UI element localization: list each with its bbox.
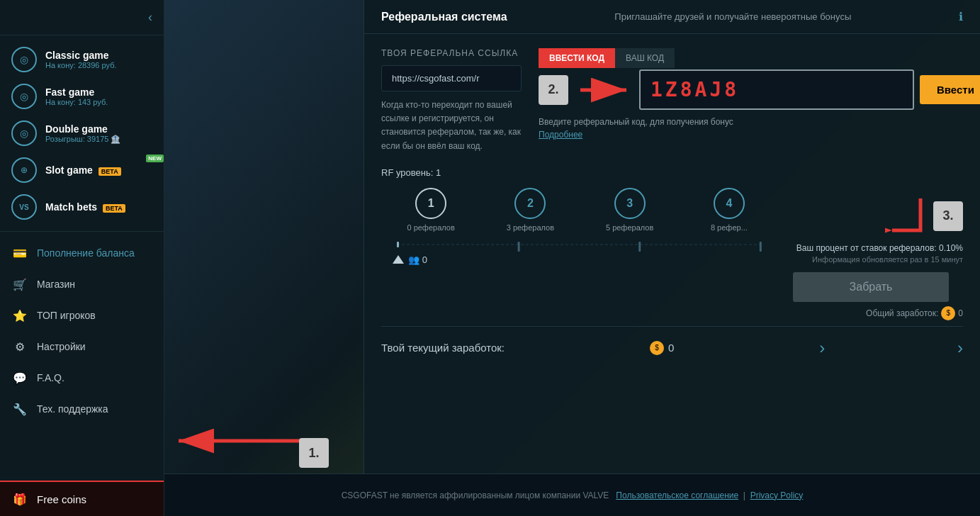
sidebar-item-shop[interactable]: 🛒 Магазин xyxy=(0,269,164,300)
classic-game-sub: На кону: 28396 руб. xyxy=(45,61,117,69)
percent-info: Ваш процент от ставок рефералов: 0.10% И… xyxy=(793,243,963,264)
svg-rect-7 xyxy=(638,242,641,252)
support-icon: 🔧 xyxy=(11,400,28,417)
rf-circle-3: 3 xyxy=(614,188,646,219)
match-bets-name: Match bets BETA xyxy=(45,201,125,213)
footer-link-terms[interactable]: Пользовательское соглашение xyxy=(616,490,738,500)
annotation-3-box: 3. xyxy=(933,201,963,231)
total-coin-icon: $ xyxy=(941,306,955,320)
referral-link-col: ТВОЯ РЕФЕРАЛЬНА ССЫЛКА Когда кто-то пере… xyxy=(381,48,522,153)
sidebar-item-balance[interactable]: 💳 Пополнение баланса xyxy=(0,237,164,269)
svg-rect-8 xyxy=(760,242,762,252)
sidebar-item-slot-game[interactable]: ⊕ Slot game BETA NEW xyxy=(0,152,164,189)
sidebar-item-settings[interactable]: ⚙ Настройки xyxy=(0,331,164,362)
settings-label: Настройки xyxy=(37,341,86,352)
rf-count-1: 0 рефералов xyxy=(407,223,454,232)
collapse-button[interactable]: ‹ xyxy=(148,10,152,25)
balance-icon: 💳 xyxy=(11,245,28,262)
sidebar-item-support[interactable]: 🔧 Тех. поддержка xyxy=(0,393,164,425)
rf-level-4: 4 8 рефер... xyxy=(680,188,779,232)
slot-game-icon: ⊕ xyxy=(11,157,37,183)
code-tabs: ВВЕСТИ КОД ВАШ КОД xyxy=(539,48,980,68)
annotation-3-row: 3. xyxy=(793,195,963,237)
panel-header: Реферальная система Приглашайте друзей и… xyxy=(364,0,980,34)
rf-levels-col: 1 0 рефералов 2 3 рефералов 3 5 реферало… xyxy=(381,188,779,265)
chevron-right-icon-2: › xyxy=(957,338,963,358)
referral-desc: Когда кто-то переходит по вашей ссылке и… xyxy=(381,99,522,153)
percent-info-col: 3. Ваш процент от ставок рефералов: 0.10… xyxy=(779,188,963,320)
sidebar: ‹ ◎ Classic game На кону: 28396 руб. ◎ F… xyxy=(0,0,164,516)
earn-value: 0 xyxy=(668,342,674,354)
double-game-name: Double game xyxy=(45,123,120,135)
earn-coin-icon: $ xyxy=(650,341,664,355)
hint-link[interactable]: Подробнее xyxy=(539,130,582,140)
rf-level-label: RF уровень: 1 xyxy=(381,167,963,178)
sidebar-item-fast-game[interactable]: ◎ Fast game На кону: 143 руб. xyxy=(0,78,164,115)
link-code-section: ТВОЯ РЕФЕРАЛЬНА ССЫЛКА Когда кто-то пере… xyxy=(381,48,963,153)
shop-icon: 🛒 xyxy=(11,276,28,293)
double-game-icon: ◎ xyxy=(11,120,37,146)
sidebar-item-match-bets[interactable]: VS Match bets BETA xyxy=(0,189,164,225)
classic-game-name: Classic game xyxy=(45,50,117,61)
sidebar-header: ‹ xyxy=(0,0,164,35)
classic-game-icon: ◎ xyxy=(11,47,37,72)
rf-level-3: 3 5 рефералов xyxy=(580,188,680,232)
referral-panel: Реферальная система Приглашайте друзей и… xyxy=(364,0,980,473)
sidebar-nav: 💳 Пополнение баланса 🛒 Магазин ⭐ ТОП игр… xyxy=(0,232,164,481)
sidebar-item-free-coins[interactable]: 🎁 Free coins xyxy=(0,481,164,516)
earn-section: Твой текущий заработок: $ 0 › › xyxy=(381,326,963,358)
progress-line xyxy=(381,237,779,252)
tab-your-code[interactable]: ВАШ КОД xyxy=(615,48,675,68)
percent-text: Ваш процент от ставок рефералов: 0.10% xyxy=(793,243,963,253)
panel-subtitle: Приглашайте друзей и получайте невероятн… xyxy=(614,11,851,22)
referral-link-input[interactable] xyxy=(381,65,522,91)
submit-code-button[interactable]: Ввести xyxy=(920,75,980,104)
match-bets-icon: VS xyxy=(11,194,37,220)
rf-count-3: 5 рефералов xyxy=(606,223,653,232)
code-section: ВВЕСТИ КОД ВАШ КОД 2. xyxy=(539,48,980,153)
footer-text: CSGOFAST не является аффилированным лицо… xyxy=(342,490,804,500)
annotation-1-container: 1. xyxy=(299,438,329,468)
svg-rect-6 xyxy=(518,242,520,252)
faq-icon: 💬 xyxy=(11,369,28,386)
sidebar-item-classic-game[interactable]: ◎ Classic game На кону: 28396 руб. xyxy=(0,41,164,78)
rf-levels-container: 1 0 рефералов 2 3 рефералов 3 5 реферало… xyxy=(381,188,963,320)
rf-count-2: 3 рефералов xyxy=(507,223,554,232)
fast-game-name: Fast game xyxy=(45,86,108,98)
total-earn: Общий заработок: $ 0 xyxy=(793,306,963,320)
settings-icon: ⚙ xyxy=(11,338,28,355)
sidebar-item-top-players[interactable]: ⭐ ТОП игроков xyxy=(0,300,164,331)
fast-game-sub: На кону: 143 руб. xyxy=(45,98,108,106)
info-icon[interactable]: ℹ xyxy=(959,10,963,23)
code-input-field[interactable] xyxy=(639,69,914,110)
balance-label: Пополнение баланса xyxy=(37,247,135,259)
rf-circle-1: 1 xyxy=(415,188,446,219)
slot-game-name: Slot game BETA xyxy=(45,164,121,176)
rf-level-section: RF уровень: 1 1 0 рефералов 2 3 реферало… xyxy=(381,167,963,320)
main-content: 1. Реферальная система Приглашайте друзе… xyxy=(164,0,980,516)
shop-label: Магазин xyxy=(37,279,75,290)
earn-label: Твой текущий заработок: xyxy=(381,342,505,354)
annotation-1-box: 1. xyxy=(299,438,329,468)
current-marker: 👥 0 xyxy=(381,254,779,265)
footer-link-privacy[interactable]: Privacy Policy xyxy=(750,490,804,500)
panel-title: Реферальная система xyxy=(381,11,507,23)
panel-body: ТВОЯ РЕФЕРАЛЬНА ССЫЛКА Когда кто-то пере… xyxy=(364,34,980,473)
free-coins-label: Free coins xyxy=(37,493,86,505)
annotation-2-box: 2. xyxy=(539,75,568,105)
top-players-label: ТОП игроков xyxy=(37,310,96,321)
hint-text: Введите реферальный код, для получения б… xyxy=(539,116,980,141)
double-game-sub: Розыгрыш: 39175 🏦 xyxy=(45,135,120,144)
tab-enter-code[interactable]: ВВЕСТИ КОД xyxy=(539,48,615,68)
sidebar-games: ◎ Classic game На кону: 28396 руб. ◎ Fas… xyxy=(0,35,164,232)
rf-circle-4: 4 xyxy=(714,188,745,219)
collect-button[interactable]: Забрать xyxy=(793,272,949,302)
rf-level-2: 2 3 рефералов xyxy=(480,188,580,232)
sidebar-item-double-game[interactable]: ◎ Double game Розыгрыш: 39175 🏦 xyxy=(0,115,164,152)
sidebar-item-faq[interactable]: 💬 F.A.Q. xyxy=(0,362,164,393)
svg-rect-5 xyxy=(397,242,399,247)
slot-beta-tag: BETA xyxy=(98,167,121,176)
earn-amount: $ 0 xyxy=(650,341,674,355)
footer-bar: CSGOFAST не является аффилированным лицо… xyxy=(164,473,980,516)
rf-levels-row: 1 0 рефералов 2 3 рефералов 3 5 реферало… xyxy=(381,188,779,232)
